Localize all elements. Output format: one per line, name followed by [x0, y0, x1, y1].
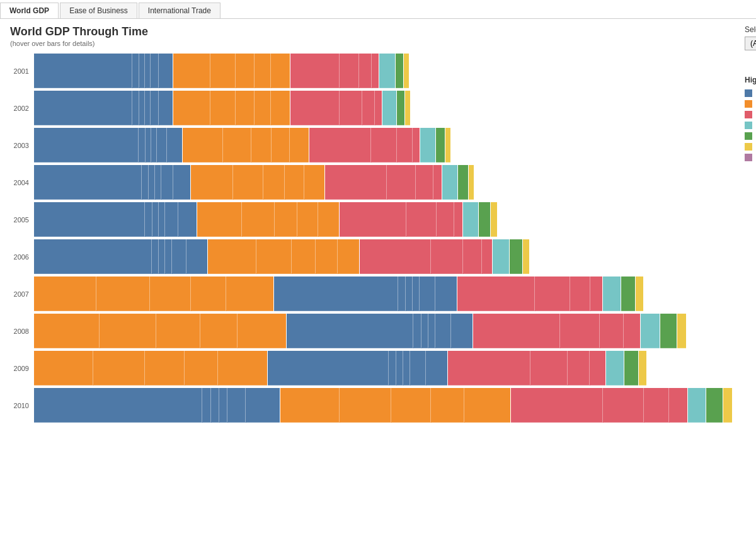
bar-segment[interactable]	[191, 165, 324, 200]
bar-sub-segment	[427, 351, 447, 385]
bar-sub-segment	[166, 239, 172, 274]
bar-segment[interactable]	[463, 202, 478, 237]
bar-segment[interactable]	[309, 128, 420, 163]
bar-segment[interactable]	[340, 202, 462, 237]
bar-sub-segment	[152, 239, 159, 274]
bar-sub-segment	[432, 388, 464, 423]
bar-segment[interactable]	[457, 277, 602, 311]
bar-segment[interactable]	[448, 351, 605, 385]
bar-segment[interactable]	[458, 165, 468, 200]
bar-sub-segment	[723, 388, 732, 423]
bar-sub-segment	[236, 54, 255, 88]
bar-sub-segment	[677, 314, 686, 348]
bar-sub-segment	[255, 54, 270, 88]
legend-item: Europe	[745, 100, 756, 108]
bar-segment[interactable]	[280, 388, 510, 423]
bar-segment[interactable]	[510, 239, 522, 274]
bar-sub-segment	[290, 91, 340, 125]
year-label: 2002	[10, 105, 34, 112]
bar-segment[interactable]	[397, 91, 404, 125]
bar-segment[interactable]	[290, 54, 379, 88]
bar-segment[interactable]	[606, 351, 624, 385]
bar-segment[interactable]	[382, 91, 396, 125]
bar-segment[interactable]	[379, 54, 395, 88]
bar-segment[interactable]	[197, 202, 339, 237]
bar-segment[interactable]	[173, 54, 290, 88]
bar-sub-segment	[159, 91, 173, 125]
bar-segment[interactable]	[34, 91, 173, 125]
bar-segment[interactable]	[445, 128, 450, 163]
bar-sub-segment	[173, 54, 210, 88]
year-label: 2009	[10, 365, 34, 372]
bar-segment[interactable]	[688, 388, 706, 423]
bar-segment[interactable]	[723, 388, 732, 423]
bar-sub-segment	[523, 239, 529, 274]
bar-segment[interactable]	[405, 91, 410, 125]
bar-sub-segment	[568, 351, 590, 385]
bar-segment[interactable]	[274, 277, 457, 311]
bar-segment[interactable]	[34, 128, 182, 163]
bar-segment[interactable]	[290, 91, 382, 125]
bar-segment[interactable]	[396, 54, 403, 88]
bar-sub-segment	[158, 128, 167, 163]
bar-sub-segment	[146, 202, 152, 237]
bar-segment[interactable]	[603, 277, 621, 311]
bar-segment[interactable]	[34, 239, 207, 274]
bar-segment[interactable]	[660, 314, 677, 348]
bar-segment[interactable]	[287, 314, 472, 348]
bar-sub-segment	[420, 128, 435, 163]
bar-sub-segment	[34, 314, 100, 348]
bar-segment[interactable]	[173, 91, 290, 125]
bar-segment[interactable]	[325, 165, 442, 200]
bar-sub-segment	[94, 351, 145, 385]
bar-sub-segment	[437, 202, 455, 237]
bar-sub-segment	[257, 239, 292, 274]
legend-item: Middle East	[745, 122, 756, 129]
tab-world-gdp[interactable]: World GDP	[0, 3, 59, 18]
bar-segment[interactable]	[360, 239, 492, 274]
bar-segment[interactable]	[436, 128, 445, 163]
bar-segment[interactable]	[706, 388, 723, 423]
bar-segment[interactable]	[636, 277, 643, 311]
tab-international-trade[interactable]: International Trade	[139, 3, 220, 18]
bar-sub-segment	[159, 239, 165, 274]
bar-segment[interactable]	[183, 128, 309, 163]
bar-segment[interactable]	[34, 277, 273, 311]
bar-segment[interactable]	[404, 54, 409, 88]
bar-sub-segment	[706, 388, 723, 423]
bar-segment[interactable]	[677, 314, 686, 348]
bar-segment[interactable]	[34, 54, 173, 88]
select-region-label: Select Region	[745, 25, 756, 34]
bar-sub-segment	[133, 91, 139, 125]
bar-segment[interactable]	[641, 314, 660, 348]
bar-sub-segment	[399, 277, 406, 311]
region-select[interactable]: (All)The AmericasEuropeAsiaMiddle EastOc…	[745, 37, 756, 50]
bar-segment[interactable]	[523, 239, 529, 274]
legend-color-swatch	[745, 89, 752, 97]
bar-segment[interactable]	[268, 351, 447, 385]
bar-sub-segment	[621, 277, 635, 311]
bar-segment[interactable]	[621, 277, 635, 311]
bar-segment[interactable]	[473, 314, 640, 348]
bar-segment[interactable]	[34, 165, 190, 200]
bar-segment[interactable]	[420, 128, 435, 163]
bar-sub-segment	[600, 314, 624, 348]
bar-sub-segment	[174, 165, 190, 200]
bar-segment[interactable]	[208, 239, 359, 274]
tab-ease-of-business[interactable]: Ease of Business	[60, 3, 137, 18]
bar-segment[interactable]	[624, 351, 638, 385]
bar-sub-segment	[457, 277, 535, 311]
bar-segment[interactable]	[34, 351, 267, 385]
bar-segment[interactable]	[639, 351, 646, 385]
bar-segment[interactable]	[511, 388, 687, 423]
bar-segment[interactable]	[34, 202, 197, 237]
bar-sub-segment	[151, 277, 191, 311]
bar-segment[interactable]	[34, 314, 286, 348]
bar-segment[interactable]	[479, 202, 490, 237]
bar-segment[interactable]	[469, 165, 474, 200]
bar-segment[interactable]	[34, 388, 280, 423]
bar-segment[interactable]	[491, 202, 497, 237]
bar-sub-segment	[604, 388, 643, 423]
bar-segment[interactable]	[442, 165, 457, 200]
bar-segment[interactable]	[493, 239, 509, 274]
